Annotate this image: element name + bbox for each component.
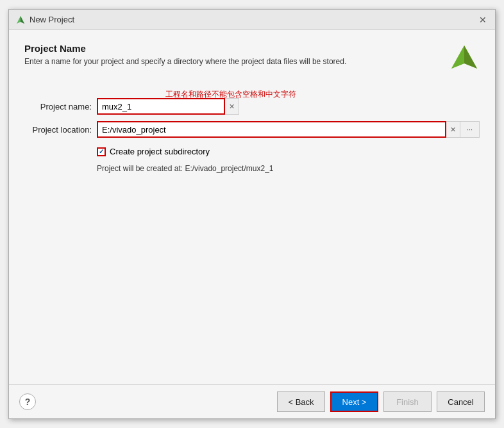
- title-bar: New Project ✕: [9, 10, 495, 30]
- project-name-input[interactable]: [97, 98, 225, 115]
- help-button[interactable]: ?: [19, 393, 36, 410]
- back-button[interactable]: < Back: [277, 391, 325, 412]
- vivado-logo: [449, 43, 480, 74]
- project-path-value: E:/vivado_project/mux2_1: [185, 164, 273, 173]
- dialog-title: New Project: [29, 15, 74, 24]
- form-area: 工程名和路径不能包含空格和中文字符 Project name: ✕: [24, 92, 480, 173]
- project-path-area: Project will be created at: E:/vivado_pr…: [97, 164, 480, 173]
- cancel-button[interactable]: Cancel: [437, 391, 485, 412]
- project-location-row: Project location: ✕ ···: [24, 121, 480, 138]
- svg-marker-3: [464, 45, 477, 69]
- page-description: Enter a name for your project and specif…: [24, 56, 442, 67]
- new-project-dialog: New Project ✕ Project Name Enter a name …: [8, 9, 496, 419]
- finish-button[interactable]: Finish: [383, 391, 432, 412]
- dialog-footer: ? < Back Next > Finish Cancel: [9, 384, 495, 418]
- footer-right: < Back Next > Finish Cancel: [277, 391, 485, 412]
- header-text: Project Name Enter a name for your proje…: [24, 43, 442, 67]
- svg-marker-4: [451, 45, 464, 69]
- project-name-row: Project name: ✕: [24, 98, 480, 115]
- title-bar-left: New Project: [15, 15, 74, 25]
- dialog-content: Project Name Enter a name for your proje…: [9, 30, 495, 384]
- project-path-label: Project will be created at:: [97, 164, 183, 173]
- page-title: Project Name: [24, 43, 442, 54]
- project-location-label: Project location:: [24, 125, 92, 135]
- checkbox-row: Create project subdirectory: [97, 147, 480, 156]
- svg-marker-1: [21, 16, 24, 24]
- project-location-input-wrapper: ✕ ···: [97, 121, 480, 138]
- project-name-label: Project name:: [24, 102, 92, 111]
- project-name-input-wrapper: ✕: [97, 98, 480, 115]
- vivado-title-icon: [15, 15, 26, 25]
- project-name-clear-button[interactable]: ✕: [225, 98, 239, 115]
- create-subdirectory-checkbox[interactable]: [97, 147, 106, 156]
- header-area: Project Name Enter a name for your proje…: [24, 43, 480, 74]
- next-button[interactable]: Next >: [330, 391, 378, 412]
- create-subdirectory-label: Create project subdirectory: [110, 147, 210, 156]
- footer-left: ?: [19, 393, 36, 410]
- close-button[interactable]: ✕: [477, 14, 489, 26]
- project-location-input[interactable]: [97, 121, 446, 138]
- project-location-clear-button[interactable]: ✕: [446, 121, 460, 138]
- project-location-browse-button[interactable]: ···: [460, 121, 480, 138]
